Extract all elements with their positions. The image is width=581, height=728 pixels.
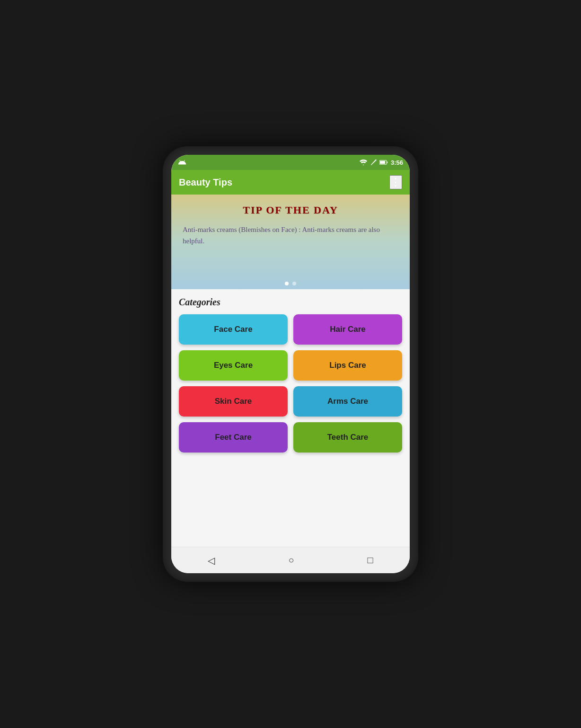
face-care-button[interactable]: Face Care	[179, 314, 288, 345]
status-bar-left	[178, 158, 186, 167]
status-time: 3:56	[391, 159, 403, 166]
arms-care-button[interactable]: Arms Care	[293, 386, 402, 417]
nav-home-button[interactable]: ○	[279, 553, 303, 568]
nav-recent-button[interactable]: □	[358, 553, 382, 568]
home-icon: ○	[288, 555, 294, 566]
categories-grid: Face Care Hair Care Eyes Care Lips Care …	[179, 314, 402, 453]
signal-icon	[370, 159, 377, 166]
app-bar: Beauty Tips ⋮	[171, 170, 410, 195]
status-bar-right: 3:56	[360, 159, 403, 166]
battery-icon	[379, 160, 388, 165]
lips-care-button[interactable]: Lips Care	[293, 350, 402, 381]
nav-back-button[interactable]: ◁	[198, 553, 224, 568]
categories-title: Categories	[179, 297, 402, 308]
nav-bar: ◁ ○ □	[171, 547, 410, 573]
dot-1[interactable]	[285, 282, 289, 285]
more-menu-button[interactable]: ⋮	[389, 175, 402, 189]
tip-text: Anti-marks creams (Blemishes on Face) : …	[183, 224, 398, 247]
wifi-icon	[360, 160, 367, 165]
back-icon: ◁	[208, 555, 215, 566]
teeth-care-button[interactable]: Teeth Care	[293, 422, 402, 453]
device-frame: 3:56 Beauty Tips ⋮ TIP OF THE DAY Anti-m…	[163, 146, 418, 582]
app-title: Beauty Tips	[179, 177, 232, 188]
svg-rect-3	[380, 161, 385, 164]
banner-section: TIP OF THE DAY Anti-marks creams (Blemis…	[171, 195, 410, 289]
dot-2[interactable]	[292, 282, 296, 285]
skin-care-button[interactable]: Skin Care	[179, 386, 288, 417]
tip-title: TIP OF THE DAY	[183, 204, 398, 216]
banner-dots	[171, 282, 410, 285]
feet-care-button[interactable]: Feet Care	[179, 422, 288, 453]
svg-point-0	[181, 163, 182, 164]
svg-point-1	[183, 163, 184, 164]
device-screen: 3:56 Beauty Tips ⋮ TIP OF THE DAY Anti-m…	[171, 155, 410, 573]
eyes-care-button[interactable]: Eyes Care	[179, 350, 288, 381]
categories-section: Categories Face Care Hair Care Eyes Care…	[171, 289, 410, 547]
status-bar: 3:56	[171, 155, 410, 170]
android-icon	[178, 158, 186, 167]
recent-icon: □	[367, 555, 373, 566]
hair-care-button[interactable]: Hair Care	[293, 314, 402, 345]
